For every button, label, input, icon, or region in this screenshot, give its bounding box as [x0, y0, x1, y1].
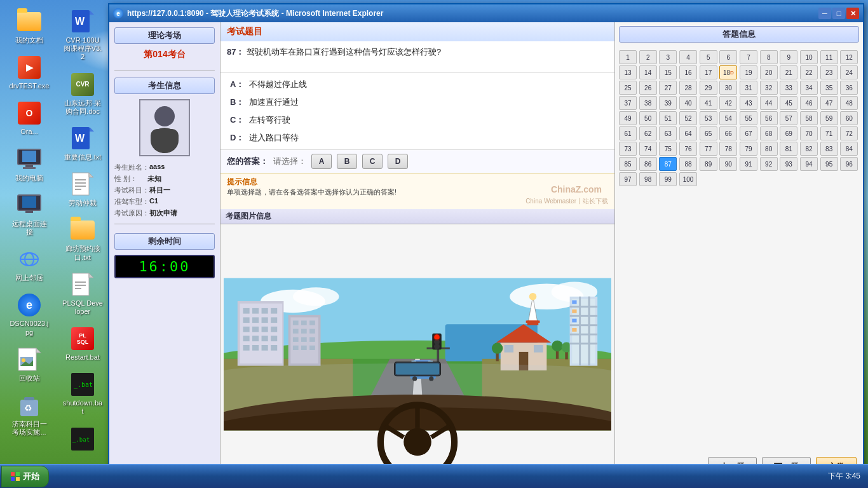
grid-cell-15[interactable]: 15 [659, 65, 677, 79]
grid-cell-93[interactable]: 93 [780, 157, 797, 171]
grid-cell-22[interactable]: 22 [800, 65, 818, 79]
grid-cell-66[interactable]: 66 [719, 126, 737, 140]
grid-cell-30[interactable]: 30 [719, 81, 737, 95]
grid-cell-28[interactable]: 28 [679, 81, 697, 95]
desktop-icon-my-computer[interactable]: 我的电脑 [6, 144, 52, 185]
desktop-icon-appointment[interactable]: PLSQL Developer [60, 269, 105, 318]
desktop-icon-network[interactable]: 网上邻居 [6, 244, 52, 285]
grid-cell-13[interactable]: 13 [619, 65, 637, 79]
grid-cell-70[interactable]: 70 [800, 126, 818, 140]
grid-cell-47[interactable]: 47 [820, 96, 838, 110]
grid-cell-7[interactable]: 7 [740, 50, 757, 64]
option-c[interactable]: C： 左转弯行驶 [227, 112, 608, 128]
grid-cell-19[interactable]: 19 [740, 65, 757, 79]
grid-cell-89[interactable]: 89 [700, 157, 717, 171]
grid-cell-56[interactable]: 56 [760, 111, 778, 125]
grid-cell-75[interactable]: 75 [659, 142, 677, 156]
grid-cell-38[interactable]: 38 [639, 96, 657, 110]
option-a[interactable]: A： 不得越过停止线 [227, 77, 608, 92]
grid-cell-27[interactable]: 27 [659, 81, 677, 95]
grid-cell-35[interactable]: 35 [820, 81, 838, 95]
grid-cell-9[interactable]: 9 [780, 50, 797, 64]
grid-cell-84[interactable]: 84 [840, 142, 858, 156]
grid-cell-53[interactable]: 53 [700, 111, 717, 125]
grid-cell-100[interactable]: 100 [679, 172, 697, 186]
desktop-icon-oracle[interactable]: O Ora... [6, 98, 52, 139]
grid-cell-43[interactable]: 43 [740, 96, 757, 110]
grid-cell-17[interactable]: 17 [700, 65, 717, 79]
grid-cell-1[interactable]: 1 [619, 50, 637, 64]
grid-cell-65[interactable]: 65 [700, 126, 717, 140]
grid-cell-52[interactable]: 52 [679, 111, 697, 125]
grid-cell-72[interactable]: 72 [840, 126, 858, 140]
desktop-icon-cvr100u[interactable]: CVR 山东远邦·采购合同.doc [60, 69, 105, 118]
grid-cell-31[interactable]: 31 [740, 81, 757, 95]
grid-cell-61[interactable]: 61 [619, 126, 637, 140]
grid-cell-55[interactable]: 55 [740, 111, 757, 125]
grid-cell-14[interactable]: 14 [639, 65, 657, 79]
desktop-icon-dscn[interactable]: 回收站 [6, 344, 52, 385]
grid-cell-63[interactable]: 63 [659, 126, 677, 140]
grid-cell-86[interactable]: 86 [639, 157, 657, 171]
grid-cell-82[interactable]: 82 [800, 142, 818, 156]
answer-btn-a[interactable]: A [311, 154, 332, 169]
grid-cell-33[interactable]: 33 [780, 81, 797, 95]
grid-cell-58[interactable]: 58 [800, 111, 818, 125]
grid-cell-16[interactable]: 16 [679, 65, 697, 79]
grid-cell-83[interactable]: 83 [820, 142, 838, 156]
grid-cell-92[interactable]: 92 [760, 157, 778, 171]
grid-cell-29[interactable]: 29 [700, 81, 717, 95]
close-button[interactable]: ✕ [846, 8, 859, 19]
grid-cell-3[interactable]: 3 [659, 50, 677, 64]
grid-cell-78[interactable]: 78 [719, 142, 737, 156]
grid-cell-88[interactable]: 88 [679, 157, 697, 171]
desktop-icon-plsql[interactable]: PLSQL Restart.bat [60, 323, 105, 364]
grid-cell-77[interactable]: 77 [700, 142, 717, 156]
grid-cell-48[interactable]: 48 [840, 96, 858, 110]
grid-cell-95[interactable]: 95 [820, 157, 838, 171]
grid-cell-20[interactable]: 20 [760, 65, 778, 79]
grid-cell-10[interactable]: 10 [800, 50, 818, 64]
grid-cell-11[interactable]: 11 [820, 50, 838, 64]
grid-cell-73[interactable]: 73 [619, 142, 637, 156]
grid-cell-44[interactable]: 44 [760, 96, 778, 110]
grid-cell-59[interactable]: 59 [820, 111, 838, 125]
grid-cell-37[interactable]: 37 [619, 96, 637, 110]
desktop-icon-restart[interactable]: _.bat shutdown.bat [60, 369, 105, 418]
grid-cell-24[interactable]: 24 [840, 65, 858, 79]
grid-cell-12[interactable]: 12 [840, 50, 858, 64]
grid-cell-8[interactable]: 8 [760, 50, 778, 64]
desktop-icon-ie[interactable]: e DSCN0023.jpg [6, 290, 52, 339]
desktop-icon-arbitration[interactable]: 廊坊预约接口.txt [60, 215, 105, 264]
maximize-button[interactable]: □ [832, 8, 845, 19]
grid-cell-91[interactable]: 91 [740, 157, 757, 171]
grid-cell-94[interactable]: 94 [800, 157, 818, 171]
grid-cell-81[interactable]: 81 [780, 142, 797, 156]
grid-cell-49[interactable]: 49 [619, 111, 637, 125]
grid-cell-25[interactable]: 25 [619, 81, 637, 95]
grid-cell-40[interactable]: 40 [679, 96, 697, 110]
grid-cell-51[interactable]: 51 [659, 111, 677, 125]
grid-cell-76[interactable]: 76 [679, 142, 697, 156]
grid-cell-2[interactable]: 2 [639, 50, 657, 64]
grid-cell-34[interactable]: 34 [800, 81, 818, 95]
grid-cell-85[interactable]: 85 [619, 157, 637, 171]
grid-cell-68[interactable]: 68 [760, 126, 778, 140]
option-b[interactable]: B： 加速直行通过 [227, 95, 608, 110]
grid-cell-5[interactable]: 5 [700, 50, 717, 64]
desktop-icon-drv-test[interactable]: ▶ drvTEST.exe [6, 52, 52, 93]
answer-btn-b[interactable]: B [337, 154, 357, 169]
desktop-icon-remote[interactable]: 远程桌面连接 [6, 190, 52, 239]
grid-cell-21[interactable]: 21 [780, 65, 797, 79]
grid-cell-23[interactable]: 23 [820, 65, 838, 79]
answer-btn-c[interactable]: C [362, 154, 383, 169]
grid-cell-50[interactable]: 50 [639, 111, 657, 125]
desktop-icon-my-docs[interactable]: 我的文档 [6, 6, 52, 47]
grid-cell-39[interactable]: 39 [659, 96, 677, 110]
grid-cell-26[interactable]: 26 [639, 81, 657, 95]
grid-cell-99[interactable]: 99 [659, 172, 677, 186]
grid-cell-64[interactable]: 64 [679, 126, 697, 140]
grid-cell-90[interactable]: 90 [719, 157, 737, 171]
grid-cell-98[interactable]: 98 [639, 172, 657, 186]
grid-cell-62[interactable]: 62 [639, 126, 657, 140]
